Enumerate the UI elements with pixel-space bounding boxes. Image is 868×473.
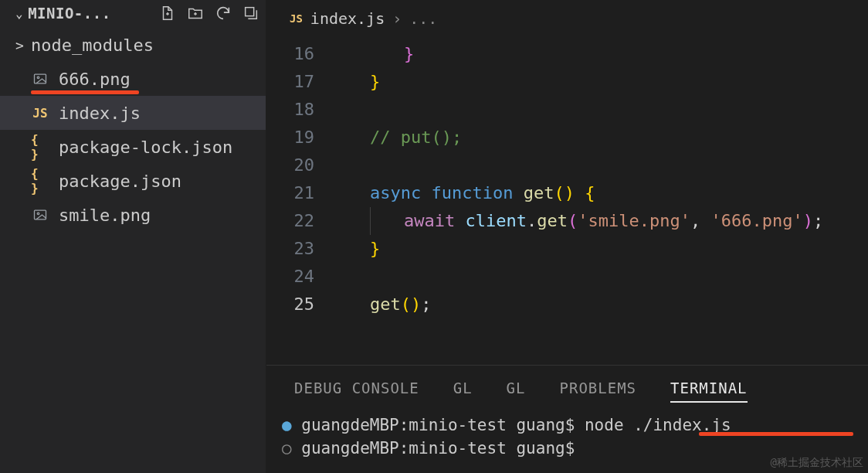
folder-title: MINIO-... bbox=[28, 5, 159, 22]
line-number: 25 bbox=[266, 291, 314, 318]
file-tree-item[interactable]: { }package-lock.json bbox=[0, 130, 266, 164]
code-line[interactable]: async function get() { bbox=[336, 179, 868, 207]
highlight-underline bbox=[31, 90, 139, 94]
line-number: 24 bbox=[266, 263, 314, 291]
code-editor[interactable]: 16171819202122232425 }}// put();async fu… bbox=[266, 37, 868, 365]
code-line[interactable]: } bbox=[336, 40, 868, 68]
image-file-icon bbox=[31, 206, 49, 224]
file-name: index.js bbox=[59, 104, 141, 123]
explorer-actions bbox=[159, 5, 259, 22]
file-name: node_modules bbox=[31, 36, 154, 55]
code-line[interactable]: await client.get('smile.png', '666.png')… bbox=[336, 207, 868, 235]
file-tree-item[interactable]: { }package.json bbox=[0, 164, 266, 198]
file-tree-item[interactable]: 666.png bbox=[0, 62, 266, 96]
terminal-output[interactable]: ● guangdeMBP:minio-test guang$ node ./in… bbox=[266, 410, 868, 460]
new-folder-icon[interactable] bbox=[187, 5, 204, 22]
chevron-down-icon: ⌄ bbox=[15, 6, 23, 21]
file-tree: >node_modules666.pngJSindex.js{ }package… bbox=[0, 26, 266, 232]
file-tree-item[interactable]: smile.png bbox=[0, 198, 266, 232]
terminal-line: ○ guangdeMBP:minio-test guang$ bbox=[282, 437, 853, 460]
js-file-icon: JS bbox=[31, 104, 49, 122]
line-number: 19 bbox=[266, 124, 314, 151]
line-number: 21 bbox=[266, 179, 314, 207]
image-file-icon bbox=[31, 70, 49, 88]
svg-rect-1 bbox=[35, 74, 46, 83]
new-file-icon[interactable] bbox=[159, 5, 176, 22]
file-tree-item[interactable]: JSindex.js bbox=[0, 96, 266, 130]
editor-area: JS index.js › ... 16171819202122232425 }… bbox=[266, 0, 868, 473]
breadcrumb-rest: ... bbox=[409, 9, 437, 28]
file-name: package-lock.json bbox=[59, 138, 232, 157]
svg-rect-0 bbox=[246, 8, 254, 16]
svg-point-2 bbox=[37, 77, 39, 79]
panel-tab[interactable]: PROBLEMS bbox=[560, 379, 637, 403]
svg-point-4 bbox=[37, 213, 39, 215]
panel-tab[interactable]: TERMINAL bbox=[670, 379, 748, 403]
code-line[interactable]: } bbox=[336, 235, 868, 263]
breadcrumb[interactable]: JS index.js › ... bbox=[266, 0, 868, 37]
explorer-header[interactable]: ⌄ MINIO-... bbox=[0, 0, 266, 26]
line-number-gutter: 16171819202122232425 bbox=[266, 40, 336, 365]
terminal-line: ● guangdeMBP:minio-test guang$ node ./in… bbox=[282, 413, 853, 437]
json-file-icon: { } bbox=[31, 172, 49, 190]
code-line[interactable] bbox=[336, 151, 868, 179]
collapse-all-icon[interactable] bbox=[242, 5, 259, 22]
panel-tabs: DEBUG CONSOLEGLGLPROBLEMSTERMINAL bbox=[266, 366, 868, 410]
file-name: 666.png bbox=[59, 70, 131, 89]
code-content[interactable]: }}// put();async function get() {await c… bbox=[336, 40, 868, 365]
line-number: 16 bbox=[266, 40, 314, 68]
line-number: 22 bbox=[266, 207, 314, 235]
code-line[interactable]: } bbox=[336, 68, 868, 96]
code-line[interactable]: // put(); bbox=[336, 124, 868, 151]
highlight-underline bbox=[699, 432, 853, 436]
breadcrumb-separator: › bbox=[392, 9, 402, 28]
file-explorer-sidebar: ⌄ MINIO-... >node_modules666.pngJSindex.… bbox=[0, 0, 266, 473]
watermark: @稀土掘金技术社区 bbox=[771, 456, 863, 470]
file-name: package.json bbox=[59, 172, 181, 191]
line-number: 18 bbox=[266, 96, 314, 124]
code-line[interactable]: get(); bbox=[336, 291, 868, 318]
file-name: smile.png bbox=[59, 206, 151, 225]
js-file-icon: JS bbox=[290, 12, 303, 25]
panel-tab[interactable]: DEBUG CONSOLE bbox=[294, 379, 419, 403]
code-line[interactable] bbox=[336, 96, 868, 124]
panel-tab[interactable]: GL bbox=[453, 379, 473, 403]
refresh-icon[interactable] bbox=[215, 5, 232, 22]
line-number: 20 bbox=[266, 151, 314, 179]
svg-rect-3 bbox=[35, 210, 46, 219]
breadcrumb-file: index.js bbox=[310, 9, 385, 28]
code-line[interactable] bbox=[336, 263, 868, 291]
file-tree-item[interactable]: >node_modules bbox=[0, 28, 266, 62]
chevron-right-icon: > bbox=[15, 37, 24, 53]
line-number: 17 bbox=[266, 68, 314, 96]
line-number: 23 bbox=[266, 235, 314, 263]
json-file-icon: { } bbox=[31, 138, 49, 156]
panel-tab[interactable]: GL bbox=[507, 379, 526, 403]
